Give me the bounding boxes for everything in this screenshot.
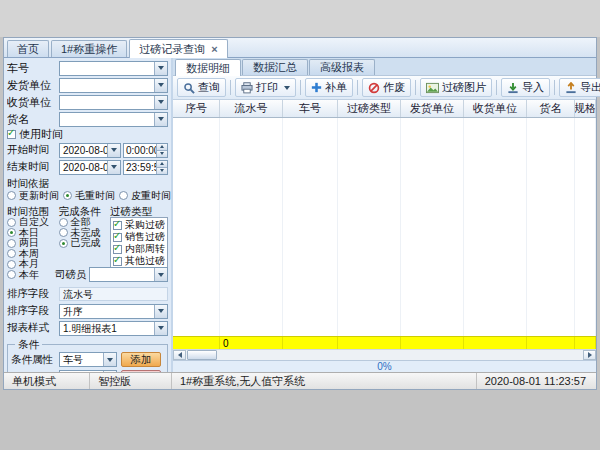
column-header-goods[interactable]: 货名 xyxy=(527,100,575,117)
close-icon[interactable] xyxy=(211,44,217,55)
horizontal-scrollbar[interactable] xyxy=(173,349,596,360)
tab-weighing-operation-label: 1#称重操作 xyxy=(61,42,117,57)
radio-icon xyxy=(59,218,68,227)
spin-down-button[interactable] xyxy=(157,151,167,157)
radio-range-year[interactable]: 本年 xyxy=(7,270,59,281)
print-button[interactable]: 打印 xyxy=(235,78,296,97)
chevron-down-icon[interactable] xyxy=(103,371,116,372)
vehicle-combo[interactable] xyxy=(59,61,168,76)
end-date-value: 2020-08-01 xyxy=(60,161,107,174)
tab-record-query-label: 过磅记录查询 xyxy=(139,42,205,57)
tab-home[interactable]: 首页 xyxy=(7,40,49,57)
time-basis-label: 时间依据 xyxy=(7,177,168,189)
summary-cell xyxy=(575,337,596,349)
scrollbar-thumb[interactable] xyxy=(187,350,217,360)
radio-complete-finished[interactable]: 已完成 xyxy=(59,238,111,249)
column-header-receiver[interactable]: 收货单位 xyxy=(464,100,527,117)
checkbox-checked-icon xyxy=(7,130,16,139)
goods-combo[interactable] xyxy=(59,112,168,127)
start-time-spinner[interactable]: 0:00:00 xyxy=(123,143,168,158)
column-header-vehicle[interactable]: 车号 xyxy=(283,100,338,117)
query-button[interactable]: 查询 xyxy=(177,78,226,97)
start-date-combo[interactable]: 2020-08-01 xyxy=(59,143,121,158)
radio-basis-gross[interactable]: 毛重时间 xyxy=(63,189,115,203)
import-button[interactable]: 导入 xyxy=(501,78,550,97)
chevron-down-icon[interactable] xyxy=(284,86,290,90)
chevron-down-icon[interactable] xyxy=(154,322,167,335)
grid-toolbar: 查询 打印 补单 xyxy=(173,76,596,100)
grid-column-guide xyxy=(173,118,220,336)
end-time-value: 23:59:59 xyxy=(124,161,156,174)
supplement-order-button[interactable]: 补单 xyxy=(305,78,353,97)
column-header-shipper[interactable]: 发货单位 xyxy=(401,100,464,117)
shipper-combo[interactable] xyxy=(59,78,168,93)
column-header-spec[interactable]: 规格 xyxy=(575,100,596,117)
shipper-label: 发货单位 xyxy=(7,78,57,93)
column-header-serial[interactable]: 流水号 xyxy=(220,100,283,117)
radio-icon xyxy=(59,228,68,237)
chevron-down-icon[interactable] xyxy=(154,96,167,109)
weigh-type-label: 过磅类型 xyxy=(110,205,168,217)
spin-down-button[interactable] xyxy=(157,168,167,174)
checkbox-checked-icon xyxy=(113,233,122,242)
radio-basis-update[interactable]: 更新时间 xyxy=(7,189,59,203)
condition-op-label: 操作符 xyxy=(11,371,57,373)
scroll-right-button[interactable] xyxy=(583,350,596,360)
app-window: 首页 1#称重操作 过磅记录查询 车号 xyxy=(3,37,597,390)
report-style-combo[interactable]: 1.明细报表1 xyxy=(59,321,168,336)
status-bar: 单机模式 智控版 1#称重系统,无人值守系统 2020-08-01 11:23:… xyxy=(4,372,596,389)
spin-up-button[interactable] xyxy=(157,161,167,168)
column-header-index[interactable]: 序号 xyxy=(173,100,220,117)
search-icon xyxy=(183,82,195,94)
tab-advanced-report[interactable]: 高级报表 xyxy=(309,59,375,75)
tab-data-detail[interactable]: 数据明细 xyxy=(175,59,241,76)
sort-field-label: 排序字段 xyxy=(7,287,57,301)
grid-column-guide xyxy=(283,118,338,336)
summary-cell xyxy=(401,337,464,349)
chevron-down-icon[interactable] xyxy=(154,79,167,92)
tab-weighing-operation[interactable]: 1#称重操作 xyxy=(51,40,127,57)
printer-icon xyxy=(241,82,253,94)
checkbox-type-other[interactable]: 其他过磅 xyxy=(113,255,165,267)
void-button[interactable]: 作废 xyxy=(362,78,411,97)
delete-condition-button[interactable]: 删除 xyxy=(121,370,161,372)
sort-order-combo[interactable]: 升序 xyxy=(59,304,168,319)
receiver-combo[interactable] xyxy=(59,95,168,110)
toolbar-separator xyxy=(554,80,555,95)
use-time-checkbox[interactable]: 使用时间 xyxy=(7,127,63,142)
chevron-down-icon[interactable] xyxy=(154,62,167,75)
spin-up-button[interactable] xyxy=(157,144,167,151)
import-icon xyxy=(507,82,519,94)
condition-op-value: 等于 xyxy=(60,371,103,372)
scroll-left-button[interactable] xyxy=(173,350,186,360)
void-icon xyxy=(368,82,380,94)
chevron-down-icon[interactable] xyxy=(154,305,167,318)
end-time-spinner[interactable]: 23:59:59 xyxy=(123,160,168,175)
tab-data-summary[interactable]: 数据汇总 xyxy=(242,59,308,75)
chevron-down-icon[interactable] xyxy=(107,161,120,174)
toolbar-separator xyxy=(415,80,416,95)
report-style-value: 1.明细报表1 xyxy=(60,322,154,335)
add-condition-button[interactable]: 添加 xyxy=(121,352,161,367)
radio-basis-tare[interactable]: 皮重时间 xyxy=(119,189,171,203)
chevron-down-icon[interactable] xyxy=(154,113,167,126)
checkbox-checked-icon xyxy=(113,245,122,254)
checkbox-checked-icon xyxy=(113,221,122,230)
condition-attr-combo[interactable]: 车号 xyxy=(59,352,117,367)
chevron-down-icon[interactable] xyxy=(154,268,167,281)
tab-record-query[interactable]: 过磅记录查询 xyxy=(129,39,227,58)
condition-op-combo[interactable]: 等于 xyxy=(59,370,117,372)
plus-icon xyxy=(311,82,322,93)
column-header-weigh-type[interactable]: 过磅类型 xyxy=(338,100,401,117)
operator-combo[interactable] xyxy=(89,267,169,282)
operator-row: 司磅员 xyxy=(55,267,168,282)
radio-icon xyxy=(119,191,128,200)
end-date-combo[interactable]: 2020-08-01 xyxy=(59,160,121,175)
summary-cell xyxy=(338,337,401,349)
use-time-label: 使用时间 xyxy=(19,127,63,142)
chevron-down-icon[interactable] xyxy=(103,353,116,366)
export-button[interactable]: 导出 xyxy=(559,78,600,97)
chevron-down-icon[interactable] xyxy=(107,144,120,157)
progress-value: 0% xyxy=(377,361,391,372)
weigh-photos-button[interactable]: 过磅图片 xyxy=(420,78,492,97)
